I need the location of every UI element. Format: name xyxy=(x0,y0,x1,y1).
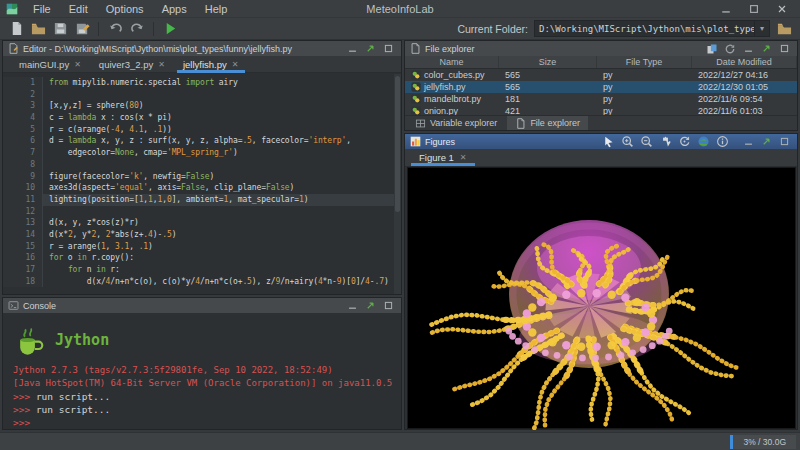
code-editor[interactable]: 1from mipylib.numeric.special import air… xyxy=(3,74,401,294)
figure-canvas[interactable] xyxy=(407,167,796,429)
code-line-18: 18 d(x/4/n+n*c(o), c(o)*y/4/n+n*c(o+.5),… xyxy=(3,276,401,288)
close-icon[interactable]: ✕ xyxy=(460,153,467,162)
toolbar: Current Folder: D:\Working\MIScript\Jyth… xyxy=(0,18,800,40)
browse-folder-button[interactable] xyxy=(774,19,794,39)
tab-label: mainGUI.py xyxy=(19,59,69,70)
current-folder-combo[interactable]: D:\Working\MIScript\Jython\mis\plot_type… xyxy=(534,20,770,37)
pyfile-icon xyxy=(411,94,421,104)
maximize-icon xyxy=(383,300,394,311)
maximize-panel-button[interactable] xyxy=(380,299,396,312)
float-panel-button[interactable] xyxy=(758,135,774,148)
file-explorer-panel: File explorer NameSizeFile TypeDate Modi… xyxy=(404,40,798,131)
pan-tool-button[interactable] xyxy=(657,135,673,148)
save-button[interactable] xyxy=(50,19,70,39)
column-header-file-type[interactable]: File Type xyxy=(597,56,692,68)
editor-tab-mainGUI.py[interactable]: mainGUI.py✕ xyxy=(11,56,89,72)
page-icon xyxy=(515,118,526,129)
editor-tab-jellyfish.py[interactable]: jellyfish.py✕ xyxy=(175,56,247,72)
dock-tab-file-explorer[interactable]: File explorer xyxy=(507,116,588,130)
memory-indicator[interactable]: 3% / 30.0G xyxy=(730,435,796,449)
editor-scrollbar[interactable] xyxy=(394,74,401,294)
zoom-in-tool-button[interactable] xyxy=(619,135,635,148)
refresh-button[interactable] xyxy=(722,42,738,55)
rotate-tool-button[interactable] xyxy=(676,135,692,148)
close-icon[interactable]: ✕ xyxy=(232,60,239,69)
redo-button[interactable] xyxy=(127,19,147,39)
minimize-panel-button[interactable] xyxy=(740,42,756,55)
float-panel-button[interactable] xyxy=(362,299,378,312)
line-number: 15 xyxy=(3,241,43,253)
menu-item-edit[interactable]: Edit xyxy=(60,3,97,15)
info-tool-button[interactable] xyxy=(714,135,730,148)
figure-tab-row: Figure 1 ✕ xyxy=(405,149,797,167)
menu-item-help[interactable]: Help xyxy=(196,3,237,15)
code-line-6: 6d = lambda x, y, z : surf(x, y, z, alph… xyxy=(3,135,401,147)
file-row-jellyfish.py[interactable]: jellyfish.py565py2022/12/30 01:05 xyxy=(405,81,797,93)
code-text: r = c(arange(-4, 4.1, .1)) xyxy=(43,124,172,136)
float-panel-button[interactable] xyxy=(758,42,774,55)
dock-tab-variable-explorer[interactable]: Variable explorer xyxy=(407,116,505,130)
file-row-mandelbrot.py[interactable]: mandelbrot.py181py2022/11/6 09:54 xyxy=(405,93,797,105)
editor-tab-quiver3_2.py[interactable]: quiver3_2.py✕ xyxy=(91,56,173,72)
statusbar: 3% / 30.0G xyxy=(0,432,800,450)
code-text: d = lambda x, y, z : surf(x, y, z, alpha… xyxy=(43,135,351,147)
float-icon xyxy=(365,43,376,54)
cursor-tool-button[interactable] xyxy=(600,135,616,148)
menu-bar: FileEditOptionsAppsHelp xyxy=(24,3,236,15)
minimize-icon xyxy=(743,136,754,147)
new-window-button[interactable] xyxy=(704,42,720,55)
maximize-panel-button[interactable] xyxy=(776,42,792,55)
prompt-text: run script... xyxy=(36,391,110,402)
column-header-size[interactable]: Size xyxy=(499,56,597,68)
figure-tab[interactable]: Figure 1 ✕ xyxy=(409,149,477,166)
window-maximize-button[interactable] xyxy=(742,1,766,17)
menu-item-options[interactable]: Options xyxy=(97,3,153,15)
minimize-panel-button[interactable] xyxy=(344,299,360,312)
globe-tool-button[interactable] xyxy=(695,135,711,148)
code-text: figure(facecolor='k', newfig=False) xyxy=(43,171,214,183)
file-modified: 2022/11/6 09:54 xyxy=(692,93,797,105)
chevron-down-icon[interactable]: ▾ xyxy=(754,21,769,36)
code-text: [x,y,z] = sphere(80) xyxy=(43,100,143,112)
open-folder-button[interactable] xyxy=(28,19,48,39)
window-close-button[interactable] xyxy=(770,1,794,17)
menu-item-apps[interactable]: Apps xyxy=(153,3,196,15)
window-controls xyxy=(714,1,794,17)
column-header-date-modified[interactable]: Date Modified xyxy=(692,56,797,68)
file-icon xyxy=(410,43,421,54)
maximize-panel-button[interactable] xyxy=(776,135,792,148)
explorer-dock-tabs: Variable explorerFile explorer xyxy=(405,115,797,130)
menu-item-file[interactable]: File xyxy=(24,3,60,15)
new-file-button[interactable] xyxy=(6,19,26,39)
maximize-panel-button[interactable] xyxy=(380,42,396,55)
line-number: 8 xyxy=(3,159,43,171)
zoom-out-tool-button[interactable] xyxy=(638,135,654,148)
console-prompt-line: >>> run script... xyxy=(13,403,391,416)
minimize-panel-button[interactable] xyxy=(344,42,360,55)
run-button[interactable] xyxy=(160,19,180,39)
undo-button[interactable] xyxy=(105,19,125,39)
prompt: >>> xyxy=(13,404,36,415)
console-output[interactable]: Jython Jython 2.7.3 (tags/v2.7.3:5f29801… xyxy=(3,314,401,429)
window-minimize-button[interactable] xyxy=(714,1,738,17)
prompt-text: run script... xyxy=(36,404,110,415)
file-size: 565 xyxy=(499,81,597,93)
code-text: from mipylib.numeric.special import airy xyxy=(43,77,238,89)
editor-scrollbar-thumb[interactable] xyxy=(395,76,400,212)
float-panel-button[interactable] xyxy=(362,42,378,55)
minimize-icon xyxy=(347,43,358,54)
close-icon[interactable]: ✕ xyxy=(158,60,165,69)
minimize-panel-button[interactable] xyxy=(740,135,756,148)
minimize-icon xyxy=(347,300,358,311)
column-header-name[interactable]: Name xyxy=(405,56,499,68)
memory-label: 3% / 30.0G xyxy=(743,437,786,447)
close-icon[interactable]: ✕ xyxy=(74,60,81,69)
maximize-icon xyxy=(748,3,760,15)
code-line-12: 12 xyxy=(3,206,401,218)
file-table-header: NameSizeFile TypeDate Modified xyxy=(405,56,797,69)
file-row-color_cubes.py[interactable]: color_cubes.py565py2022/12/27 04:16 xyxy=(405,69,797,81)
save-as-button[interactable] xyxy=(72,19,92,39)
console-prompt-line: >>> run script... xyxy=(13,390,391,403)
console-prompt-line: >>> xyxy=(13,416,391,429)
line-number: 1 xyxy=(3,77,43,89)
